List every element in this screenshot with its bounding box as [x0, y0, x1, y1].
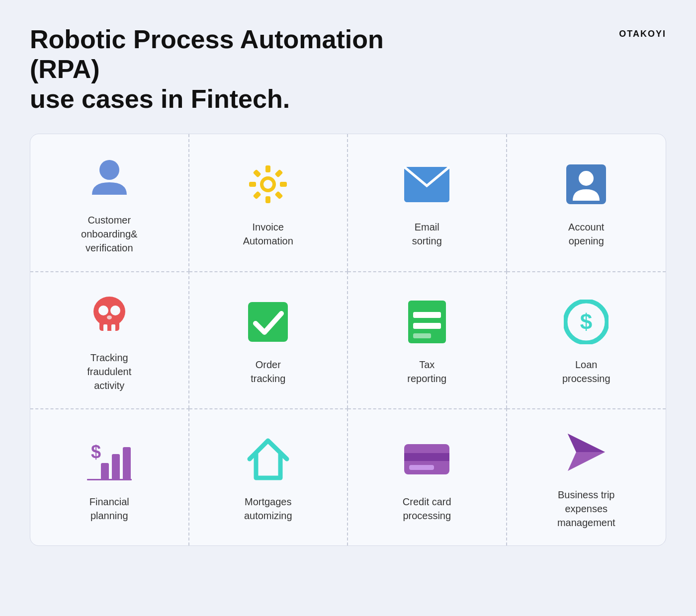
- card-invoice-automation: InvoiceAutomation: [189, 134, 348, 271]
- business-trip-label: Business tripexpensesmanagement: [557, 488, 615, 530]
- svg-rect-4: [275, 169, 283, 178]
- svg-rect-18: [99, 321, 119, 331]
- svg-rect-26: [413, 312, 441, 318]
- svg-rect-7: [265, 196, 270, 203]
- card-loan-processing: $ Loanprocessing: [507, 271, 666, 408]
- use-cases-grid: Customeronboarding&verification: [30, 134, 666, 546]
- financial-planning-label: Financialplanning: [89, 495, 129, 523]
- invoice-automation-icon: [243, 159, 293, 209]
- credit-card-processing-icon: [402, 434, 452, 484]
- invoice-automation-label: InvoiceAutomation: [243, 220, 293, 248]
- main-title: Robotic Process Automation (RPA) use cas…: [30, 25, 403, 114]
- svg-point-16: [579, 171, 594, 186]
- header: Robotic Process Automation (RPA) use cas…: [30, 25, 666, 114]
- svg-text:$: $: [91, 442, 101, 462]
- svg-rect-6: [275, 191, 283, 200]
- svg-rect-20: [111, 324, 115, 331]
- mortgages-automizing-label: Mortgagesautomizing: [244, 495, 292, 523]
- svg-rect-32: [101, 463, 109, 480]
- card-tax-reporting: Taxreporting: [348, 271, 507, 408]
- tax-reporting-label: Taxreporting: [407, 358, 446, 385]
- svg-point-21: [98, 306, 108, 315]
- card-financial-planning: $ Financialplanning: [30, 408, 189, 545]
- svg-point-22: [110, 306, 120, 315]
- svg-rect-19: [103, 324, 107, 331]
- account-opening-label: Accountopening: [568, 220, 604, 248]
- credit-card-processing-label: Credit cardprocessing: [403, 495, 451, 523]
- email-sorting-label: Emailsorting: [412, 220, 442, 248]
- financial-planning-icon: $: [85, 434, 134, 484]
- order-tracking-label: Ordertracking: [251, 358, 285, 385]
- tracking-fraudulent-label: Trackingfraudulentactivity: [87, 351, 131, 392]
- svg-rect-8: [253, 191, 261, 200]
- svg-rect-27: [413, 323, 441, 329]
- tax-reporting-icon: [402, 297, 452, 347]
- order-tracking-icon: [243, 297, 293, 347]
- svg-marker-40: [568, 434, 605, 452]
- brand-name: OTAKOYI: [619, 29, 666, 39]
- svg-point-2: [263, 180, 272, 189]
- card-mortgages-automizing: Mortgagesautomizing: [189, 408, 348, 545]
- svg-rect-5: [280, 182, 287, 187]
- loan-processing-icon: $: [561, 297, 611, 347]
- svg-rect-28: [413, 333, 431, 338]
- svg-rect-33: [112, 454, 120, 480]
- card-order-tracking: Ordertracking: [189, 271, 348, 408]
- card-credit-card-processing: Credit cardprocessing: [348, 408, 507, 545]
- email-sorting-icon: [402, 159, 452, 209]
- business-trip-icon: [561, 427, 611, 477]
- svg-rect-10: [253, 169, 261, 178]
- card-customer-onboarding: Customeronboarding&verification: [30, 134, 189, 271]
- svg-rect-38: [409, 465, 434, 470]
- customer-onboarding-icon: [85, 153, 134, 202]
- card-business-trip: Business tripexpensesmanagement: [507, 408, 666, 545]
- svg-text:$: $: [580, 309, 592, 334]
- card-email-sorting: Emailsorting: [348, 134, 507, 271]
- svg-rect-3: [265, 165, 270, 172]
- svg-rect-35: [87, 479, 132, 480]
- svg-rect-34: [123, 447, 131, 480]
- mortgages-automizing-icon: [243, 434, 293, 484]
- account-opening-icon: [561, 159, 611, 209]
- svg-point-23: [107, 315, 112, 319]
- card-tracking-fraudulent: Trackingfraudulentactivity: [30, 271, 189, 408]
- svg-rect-37: [404, 453, 449, 461]
- customer-onboarding-label: Customeronboarding&verification: [81, 213, 137, 255]
- svg-point-0: [99, 160, 119, 180]
- card-account-opening: Accountopening: [507, 134, 666, 271]
- svg-rect-9: [249, 182, 256, 187]
- loan-processing-label: Loanprocessing: [562, 358, 610, 385]
- tracking-fraudulent-icon: [85, 290, 134, 340]
